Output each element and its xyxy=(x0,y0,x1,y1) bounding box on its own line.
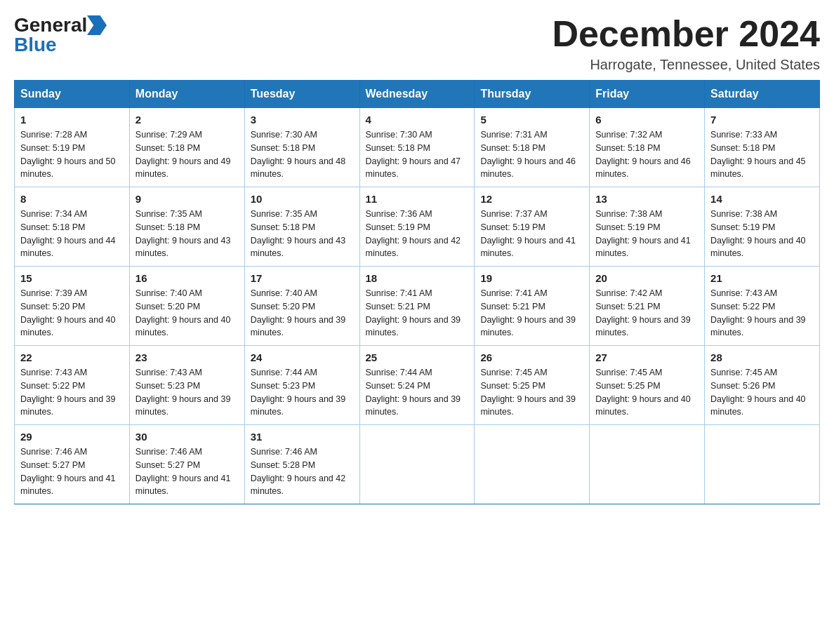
day-info: Sunrise: 7:45 AM Sunset: 5:25 PM Dayligh… xyxy=(595,366,699,419)
day-number: 12 xyxy=(480,193,583,205)
calendar-day-cell: 11 Sunrise: 7:36 AM Sunset: 5:19 PM Dayl… xyxy=(359,187,475,267)
daylight-label: Daylight: 9 hours and 50 minutes. xyxy=(20,156,116,180)
daylight-label: Daylight: 9 hours and 39 minutes. xyxy=(366,394,461,417)
sunset-label: Sunset: 5:24 PM xyxy=(366,381,430,391)
sunrise-label: Sunrise: 7:38 AM xyxy=(710,209,777,219)
day-info: Sunrise: 7:38 AM Sunset: 5:19 PM Dayligh… xyxy=(710,208,814,260)
day-info: Sunrise: 7:41 AM Sunset: 5:21 PM Dayligh… xyxy=(480,287,583,340)
daylight-label: Daylight: 9 hours and 39 minutes. xyxy=(595,315,691,338)
day-number: 6 xyxy=(595,114,699,126)
calendar-day-cell xyxy=(359,425,475,504)
sunrise-label: Sunrise: 7:28 AM xyxy=(20,130,87,140)
calendar-day-cell: 14 Sunrise: 7:38 AM Sunset: 5:19 PM Dayl… xyxy=(705,187,820,267)
calendar-week-row: 29 Sunrise: 7:46 AM Sunset: 5:27 PM Dayl… xyxy=(15,425,820,504)
sunrise-label: Sunrise: 7:36 AM xyxy=(366,209,432,219)
daylight-label: Daylight: 9 hours and 39 minutes. xyxy=(480,394,576,417)
calendar-day-cell: 3 Sunrise: 7:30 AM Sunset: 5:18 PM Dayli… xyxy=(244,108,359,187)
daylight-label: Daylight: 9 hours and 39 minutes. xyxy=(366,315,461,338)
sunrise-label: Sunrise: 7:41 AM xyxy=(366,288,432,298)
weekday-header-thursday: Thursday xyxy=(475,81,590,108)
calendar-day-cell: 28 Sunrise: 7:45 AM Sunset: 5:26 PM Dayl… xyxy=(705,346,820,425)
sunset-label: Sunset: 5:22 PM xyxy=(710,302,775,311)
sunrise-label: Sunrise: 7:41 AM xyxy=(480,288,547,298)
daylight-label: Daylight: 9 hours and 41 minutes. xyxy=(480,236,576,259)
sunset-label: Sunset: 5:18 PM xyxy=(595,143,660,153)
sunset-label: Sunset: 5:22 PM xyxy=(20,381,85,391)
sunrise-label: Sunrise: 7:29 AM xyxy=(135,130,202,140)
sunset-label: Sunset: 5:19 PM xyxy=(366,222,430,232)
day-number: 8 xyxy=(20,193,124,205)
day-info: Sunrise: 7:46 AM Sunset: 5:27 PM Dayligh… xyxy=(135,445,239,498)
day-number: 5 xyxy=(480,114,583,126)
sunset-label: Sunset: 5:21 PM xyxy=(480,302,545,311)
calendar-day-cell: 21 Sunrise: 7:43 AM Sunset: 5:22 PM Dayl… xyxy=(705,267,820,346)
day-info: Sunrise: 7:44 AM Sunset: 5:23 PM Dayligh… xyxy=(251,366,354,419)
sunrise-label: Sunrise: 7:45 AM xyxy=(710,368,777,377)
daylight-label: Daylight: 9 hours and 47 minutes. xyxy=(366,156,461,180)
day-info: Sunrise: 7:32 AM Sunset: 5:18 PM Dayligh… xyxy=(595,128,699,181)
calendar-table: SundayMondayTuesdayWednesdayThursdayFrid… xyxy=(14,80,820,504)
day-number: 23 xyxy=(135,351,239,363)
daylight-label: Daylight: 9 hours and 43 minutes. xyxy=(135,236,231,259)
sunset-label: Sunset: 5:20 PM xyxy=(20,302,85,311)
sunrise-label: Sunrise: 7:42 AM xyxy=(595,288,662,298)
sunrise-label: Sunrise: 7:45 AM xyxy=(480,368,547,377)
day-number: 1 xyxy=(20,114,124,126)
day-number: 24 xyxy=(251,351,354,363)
daylight-label: Daylight: 9 hours and 40 minutes. xyxy=(710,236,806,259)
day-number: 16 xyxy=(135,272,239,284)
sunrise-label: Sunrise: 7:46 AM xyxy=(20,447,87,457)
weekday-header-wednesday: Wednesday xyxy=(359,81,475,108)
calendar-day-cell: 10 Sunrise: 7:35 AM Sunset: 5:18 PM Dayl… xyxy=(244,187,359,267)
daylight-label: Daylight: 9 hours and 40 minutes. xyxy=(595,394,691,417)
daylight-label: Daylight: 9 hours and 39 minutes. xyxy=(135,394,231,417)
sunrise-label: Sunrise: 7:43 AM xyxy=(710,288,777,298)
logo: General Blue xyxy=(14,14,107,56)
daylight-label: Daylight: 9 hours and 39 minutes. xyxy=(251,315,346,338)
logo-arrow-icon xyxy=(87,15,107,35)
calendar-week-row: 1 Sunrise: 7:28 AM Sunset: 5:19 PM Dayli… xyxy=(15,108,820,187)
calendar-day-cell xyxy=(705,425,820,504)
sunrise-label: Sunrise: 7:43 AM xyxy=(135,368,202,377)
calendar-day-cell xyxy=(475,425,590,504)
sunrise-label: Sunrise: 7:34 AM xyxy=(20,209,87,219)
day-info: Sunrise: 7:30 AM Sunset: 5:18 PM Dayligh… xyxy=(366,128,469,181)
day-number: 9 xyxy=(135,193,239,205)
daylight-label: Daylight: 9 hours and 48 minutes. xyxy=(251,156,346,180)
day-info: Sunrise: 7:40 AM Sunset: 5:20 PM Dayligh… xyxy=(135,287,239,340)
daylight-label: Daylight: 9 hours and 49 minutes. xyxy=(135,156,231,180)
logo-blue-text: Blue xyxy=(14,34,57,56)
sunrise-label: Sunrise: 7:46 AM xyxy=(135,447,202,457)
calendar-header: SundayMondayTuesdayWednesdayThursdayFrid… xyxy=(15,81,820,108)
day-number: 3 xyxy=(251,114,354,126)
sunset-label: Sunset: 5:18 PM xyxy=(366,143,430,153)
sunrise-label: Sunrise: 7:35 AM xyxy=(251,209,317,219)
sunset-label: Sunset: 5:25 PM xyxy=(480,381,545,391)
sunset-label: Sunset: 5:23 PM xyxy=(135,381,200,391)
calendar-week-row: 22 Sunrise: 7:43 AM Sunset: 5:22 PM Dayl… xyxy=(15,346,820,425)
calendar-day-cell: 25 Sunrise: 7:44 AM Sunset: 5:24 PM Dayl… xyxy=(359,346,475,425)
day-info: Sunrise: 7:35 AM Sunset: 5:18 PM Dayligh… xyxy=(251,208,354,260)
day-number: 25 xyxy=(366,351,469,363)
calendar-week-row: 15 Sunrise: 7:39 AM Sunset: 5:20 PM Dayl… xyxy=(15,267,820,346)
daylight-label: Daylight: 9 hours and 46 minutes. xyxy=(480,156,576,180)
daylight-label: Daylight: 9 hours and 41 minutes. xyxy=(595,236,691,259)
day-info: Sunrise: 7:28 AM Sunset: 5:19 PM Dayligh… xyxy=(20,128,124,181)
day-info: Sunrise: 7:45 AM Sunset: 5:25 PM Dayligh… xyxy=(480,366,583,419)
daylight-label: Daylight: 9 hours and 39 minutes. xyxy=(20,394,116,417)
daylight-label: Daylight: 9 hours and 42 minutes. xyxy=(366,236,461,259)
day-number: 10 xyxy=(251,193,354,205)
day-number: 28 xyxy=(710,351,814,363)
day-number: 4 xyxy=(366,114,469,126)
calendar-day-cell: 7 Sunrise: 7:33 AM Sunset: 5:18 PM Dayli… xyxy=(705,108,820,187)
weekday-header-tuesday: Tuesday xyxy=(244,81,359,108)
day-info: Sunrise: 7:43 AM Sunset: 5:22 PM Dayligh… xyxy=(710,287,814,340)
calendar-day-cell: 8 Sunrise: 7:34 AM Sunset: 5:18 PM Dayli… xyxy=(15,187,130,267)
day-info: Sunrise: 7:43 AM Sunset: 5:22 PM Dayligh… xyxy=(20,366,124,419)
weekday-header-row: SundayMondayTuesdayWednesdayThursdayFrid… xyxy=(15,81,820,108)
sunset-label: Sunset: 5:21 PM xyxy=(366,302,430,311)
calendar-day-cell: 30 Sunrise: 7:46 AM Sunset: 5:27 PM Dayl… xyxy=(129,425,244,504)
sunrise-label: Sunrise: 7:30 AM xyxy=(251,130,317,140)
weekday-header-sunday: Sunday xyxy=(15,81,130,108)
weekday-header-monday: Monday xyxy=(129,81,244,108)
